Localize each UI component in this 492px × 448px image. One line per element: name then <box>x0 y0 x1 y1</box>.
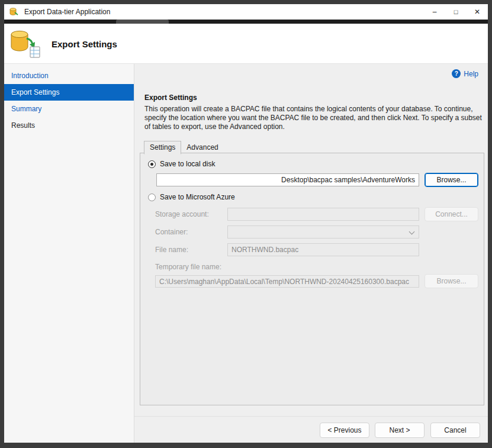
sidebar-item-summary[interactable]: Summary <box>4 101 134 117</box>
maximize-button[interactable]: □ <box>445 4 467 20</box>
temp-file-input <box>155 275 419 288</box>
tab-settings[interactable]: Settings <box>144 141 181 154</box>
radio-unselected-icon <box>148 194 156 201</box>
settings-tab-panel: Save to local disk Browse... Save to Mic… <box>140 153 484 405</box>
section-heading: Export Settings <box>144 94 197 102</box>
save-azure-radio[interactable]: Save to Microsoft Azure <box>148 193 235 201</box>
background-app-tab <box>116 20 169 24</box>
close-button[interactable]: ✕ <box>467 4 488 20</box>
footer-divider <box>134 416 488 417</box>
export-database-icon <box>9 29 41 61</box>
export-dialog-window: Export Data-tier Application – □ ✕ Expor… <box>4 4 488 443</box>
help-link[interactable]: ? Help <box>452 69 478 78</box>
page-title: Export Settings <box>52 39 117 49</box>
window-title: Export Data-tier Application <box>24 8 110 16</box>
file-name-input <box>227 243 419 256</box>
tab-strip: Settings Advanced <box>140 141 224 154</box>
chevron-down-icon <box>409 229 415 235</box>
help-label: Help <box>464 70 478 78</box>
browse-local-button[interactable]: Browse... <box>425 173 478 187</box>
help-icon: ? <box>452 69 461 78</box>
browse-temp-button: Browse... <box>425 274 478 288</box>
save-local-disk-label: Save to local disk <box>160 160 215 168</box>
sidebar-item-introduction[interactable]: Introduction <box>4 67 134 84</box>
next-button[interactable]: Next > <box>375 423 425 438</box>
container-label: Container: <box>155 228 188 236</box>
section-description: This operation will create a BACPAC file… <box>144 105 484 131</box>
sidebar-item-export-settings[interactable]: Export Settings <box>4 84 134 101</box>
app-icon <box>9 7 19 17</box>
content-area: ? Help Export Settings This operation wi… <box>134 64 488 443</box>
wizard-header: Export Settings <box>4 24 488 64</box>
connect-button: Connect... <box>425 207 478 221</box>
container-dropdown <box>227 225 419 238</box>
storage-account-input <box>227 208 419 221</box>
save-local-disk-radio[interactable]: Save to local disk <box>148 160 215 168</box>
file-name-label: File name: <box>155 246 188 254</box>
title-bar: Export Data-tier Application – □ ✕ <box>4 4 488 20</box>
radio-selected-icon <box>148 160 156 168</box>
save-azure-label: Save to Microsoft Azure <box>160 193 235 201</box>
tab-advanced[interactable]: Advanced <box>181 141 223 154</box>
cancel-button[interactable]: Cancel <box>430 423 480 438</box>
wizard-steps-sidebar: Introduction Export Settings Summary Res… <box>4 64 134 443</box>
minimize-button[interactable]: – <box>424 4 445 20</box>
sidebar-item-results[interactable]: Results <box>4 117 134 134</box>
window-controls: – □ ✕ <box>424 4 488 20</box>
temp-file-label: Temporary file name: <box>155 263 221 271</box>
storage-account-label: Storage account: <box>155 210 209 218</box>
previous-button[interactable]: < Previous <box>320 423 369 438</box>
local-path-input[interactable] <box>156 173 419 186</box>
background-app-strip <box>4 20 488 24</box>
